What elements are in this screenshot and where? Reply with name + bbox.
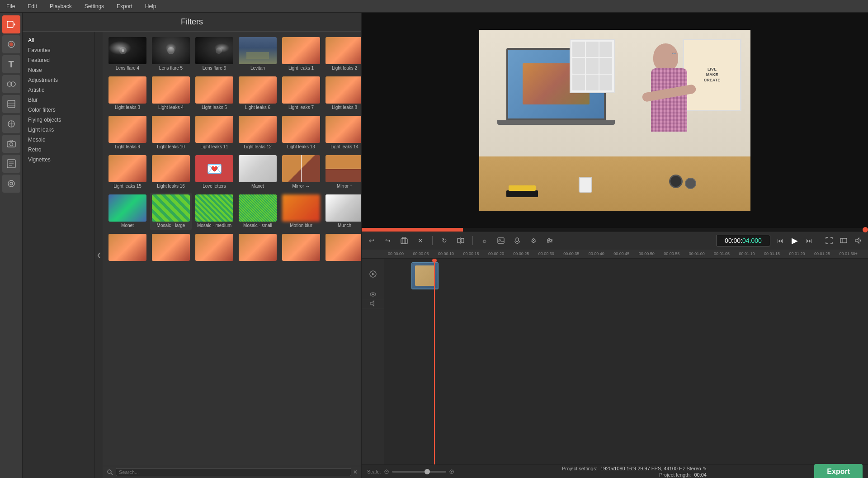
export-button[interactable]: Export [814, 464, 863, 478]
filter-item-light-leaks-1[interactable]: Light leaks 1 [280, 35, 322, 73]
refresh-btn[interactable]: ↻ [438, 234, 451, 247]
go-start-btn[interactable]: ⏮ [774, 234, 787, 247]
image-effects-btn[interactable] [495, 234, 507, 247]
scale-slider[interactable] [392, 471, 446, 473]
filter-item-mirror-v[interactable]: Mirror ↑ [324, 153, 361, 191]
filter-item-lens-flare-4[interactable]: Lens flare 4 [107, 35, 148, 73]
filter-item-more4[interactable] [237, 232, 278, 264]
filter-item-more6[interactable] [324, 232, 361, 264]
audio-adjust-btn[interactable] [543, 234, 556, 247]
filter-item-ll15[interactable]: Light leaks 15 [107, 153, 148, 191]
cat-favorites[interactable]: Favorites [23, 45, 94, 55]
go-end-btn[interactable]: ⏭ [803, 234, 816, 247]
filter-item-ll14[interactable]: Light leaks 14 [324, 114, 361, 151]
filter-item-mosaic-medium[interactable]: Mosaic - medium [193, 193, 235, 230]
track-labels [362, 259, 384, 465]
sticker-tool-btn[interactable] [2, 155, 20, 173]
menu-settings[interactable]: Settings [82, 2, 107, 10]
filter-item-ll12[interactable]: Light leaks 12 [237, 114, 278, 151]
overlay-tool-btn[interactable] [2, 115, 20, 133]
filter-item-more2[interactable] [150, 232, 192, 264]
transition-tool-btn[interactable] [2, 75, 20, 93]
filter-item-ll16[interactable]: Light leaks 16 [150, 153, 192, 191]
track-label-eye[interactable] [362, 290, 384, 299]
filter-item-motion-blur[interactable]: Motion blur [280, 193, 322, 230]
filter-item-mosaic-small[interactable]: Mosaic - small [237, 193, 278, 230]
filter-item-ll4[interactable]: Light leaks 4 [150, 75, 192, 112]
close-clip-btn[interactable]: ✕ [414, 234, 427, 247]
audio-track-icon [370, 300, 376, 307]
timeline-tracks [362, 259, 868, 465]
settings-btn[interactable]: ⚙ [527, 234, 540, 247]
filter-grid-wrap: Lens flare 4 Lens flare 5 [103, 32, 361, 466]
filter-item-lens-flare-6[interactable]: Lens flare 6 [193, 35, 235, 73]
menu-file[interactable]: File [4, 2, 18, 10]
text-tool-btn[interactable]: T [2, 55, 20, 73]
filter-item-ll5[interactable]: Light leaks 5 [193, 75, 235, 112]
progress-dot[interactable] [863, 227, 868, 232]
redo-btn[interactable]: ↪ [382, 234, 394, 247]
filter-item-ll10[interactable]: Light leaks 10 [150, 114, 192, 151]
filter-tool-btn[interactable] [2, 95, 20, 113]
audio-tool-btn[interactable] [2, 175, 20, 193]
filter-item-ll11[interactable]: Light leaks 11 [193, 114, 235, 151]
audio-btn[interactable] [511, 234, 524, 247]
cat-blur[interactable]: Blur [23, 95, 94, 105]
svg-rect-31 [458, 238, 460, 243]
filter-search-bar: ✕ [103, 466, 361, 478]
filter-item-ll9[interactable]: Light leaks 9 [107, 114, 148, 151]
menu-export[interactable]: Export [114, 2, 135, 10]
cat-vignettes[interactable]: Vignettes [23, 155, 94, 165]
volume-btn[interactable] [852, 234, 864, 247]
filter-item-munch[interactable]: Munch [324, 193, 361, 230]
cat-all[interactable]: All [23, 35, 94, 45]
cat-color-filters[interactable]: Color filters [23, 105, 94, 115]
filter-item-more5[interactable] [280, 232, 322, 264]
menu-playback[interactable]: Playback [47, 2, 75, 10]
filter-item-mosaic-large[interactable]: ♥ Mosaic - large [150, 193, 192, 230]
play-pause-btn[interactable]: ▶ [788, 234, 801, 247]
filter-item-ll3[interactable]: Light leaks 3 [107, 75, 148, 112]
filter-item-ll6[interactable]: Light leaks 6 [237, 75, 278, 112]
fullscreen-export-btn[interactable] [823, 234, 835, 247]
svg-rect-44 [840, 238, 847, 243]
collapse-panel-btn[interactable]: ❮ [95, 32, 103, 478]
menu-help[interactable]: Help [142, 2, 159, 10]
filter-search-input[interactable] [116, 468, 351, 476]
filter-item-love-letters[interactable]: 💌 Love letters [193, 153, 235, 191]
filter-item-ll8[interactable]: Light leaks 8 [324, 75, 361, 112]
filter-item-lens-flare-5[interactable]: Lens flare 5 [150, 35, 192, 73]
project-info: Project settings: 1920x1080 16:9 29.97 F… [562, 466, 707, 478]
cat-flying-objects[interactable]: Flying objects [23, 115, 94, 125]
filter-item-more1[interactable] [107, 232, 148, 264]
undo-btn[interactable]: ↩ [365, 234, 378, 247]
color-tool-btn[interactable] [2, 35, 20, 53]
cat-adjustments[interactable]: Adjustments [23, 75, 94, 85]
cat-retro[interactable]: Retro [23, 145, 94, 155]
filter-item-ll13[interactable]: Light leaks 13 [280, 114, 322, 151]
fullscreen-btn[interactable] [837, 234, 850, 247]
filter-item-monet[interactable]: Monet [107, 193, 148, 230]
filter-item-levitan[interactable]: Levitan [237, 35, 278, 73]
edit-project-settings-btn[interactable]: ✎ [703, 466, 707, 471]
video-tool-btn[interactable] [2, 15, 20, 33]
delete-btn[interactable] [398, 234, 410, 247]
cat-featured[interactable]: Featured [23, 55, 94, 65]
filter-item-ll7[interactable]: Light leaks 7 [280, 75, 322, 112]
filter-item-more3[interactable] [193, 232, 235, 264]
cat-noise[interactable]: Noise [23, 65, 94, 75]
svg-rect-32 [461, 238, 464, 243]
brightness-btn[interactable]: ☼ [478, 234, 491, 247]
filter-item-mirror-h[interactable]: Mirror ↔ [280, 153, 322, 191]
track-label-audio[interactable] [362, 299, 384, 308]
filter-item-light-leaks-2[interactable]: Light leaks 2 [324, 35, 361, 73]
filter-item-manet[interactable]: Manet [237, 153, 278, 191]
cat-light-leaks[interactable]: Light leaks [23, 125, 94, 135]
menu-edit[interactable]: Edit [25, 2, 40, 10]
cat-artistic[interactable]: Artistic [23, 85, 94, 95]
split-btn[interactable] [454, 234, 467, 247]
cat-mosaic[interactable]: Mosaic [23, 135, 94, 145]
search-clear-btn[interactable]: ✕ [353, 469, 358, 475]
camera-tool-btn[interactable] [2, 135, 20, 153]
progress-bar[interactable] [362, 228, 868, 232]
